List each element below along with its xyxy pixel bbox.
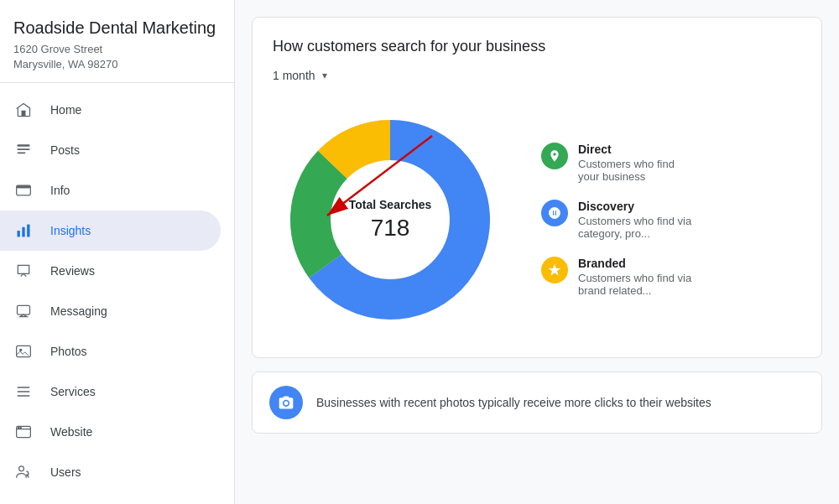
svg-rect-3 <box>18 153 26 154</box>
sidebar-item-reviews-label: Reviews <box>50 264 95 278</box>
users-icon <box>13 462 34 482</box>
direct-icon <box>541 143 568 169</box>
svg-point-18 <box>19 466 24 471</box>
sidebar-item-insights-label: Insights <box>50 224 91 237</box>
chevron-down-icon: ▾ <box>322 70 327 81</box>
sidebar-item-photos-label: Photos <box>50 345 87 358</box>
search-card: How customers search for your business 1… <box>252 17 822 358</box>
svg-point-16 <box>18 428 19 429</box>
legend-item-direct: Direct Customers who findyour business <box>541 143 691 183</box>
legend-item-branded: Branded Customers who find viabrand rela… <box>541 257 691 297</box>
svg-rect-0 <box>22 111 26 117</box>
svg-rect-1 <box>18 145 30 148</box>
sidebar-item-website-label: Website <box>50 425 92 439</box>
camera-icon <box>269 386 303 419</box>
services-icon <box>13 382 34 402</box>
svg-point-11 <box>19 349 22 351</box>
sidebar-item-posts[interactable]: Posts <box>0 130 221 170</box>
svg-rect-8 <box>27 225 29 237</box>
sidebar-item-users[interactable]: Users <box>0 452 221 492</box>
svg-rect-9 <box>18 306 30 315</box>
legend-discovery-text: Discovery Customers who find viacategory… <box>578 200 691 240</box>
donut-center: Total Searches 718 <box>349 198 432 242</box>
chart-container: Total Searches 718 <box>273 102 801 337</box>
donut-total-label: Total Searches <box>349 198 432 211</box>
sidebar-item-messaging-label: Messaging <box>50 304 107 318</box>
legend-item-discovery: Discovery Customers who find viacategory… <box>541 200 691 240</box>
time-filter-label: 1 month <box>273 69 315 82</box>
legend-branded-title: Branded <box>578 257 691 270</box>
branded-icon <box>541 257 568 283</box>
time-filter[interactable]: 1 month ▾ <box>273 69 327 82</box>
sidebar-nav: Home Posts Info <box>0 83 234 499</box>
svg-rect-6 <box>18 231 20 237</box>
website-icon <box>13 422 34 442</box>
reviews-icon <box>13 261 34 281</box>
sidebar-item-home[interactable]: Home <box>0 90 221 130</box>
banner-text: Businesses with recent photos typically … <box>316 396 711 409</box>
sidebar-item-website[interactable]: Website <box>0 412 221 452</box>
banner-card: Businesses with recent photos typically … <box>252 372 822 434</box>
discovery-icon <box>541 200 568 226</box>
legend-discovery-title: Discovery <box>578 200 691 213</box>
sidebar-item-services-label: Services <box>50 385 96 398</box>
legend-branded-desc: Customers who find viabrand related... <box>578 272 691 297</box>
sidebar-item-posts-label: Posts <box>50 143 80 157</box>
legend-direct-desc: Customers who findyour business <box>578 158 675 183</box>
sidebar-item-photos[interactable]: Photos <box>0 331 221 372</box>
svg-rect-13 <box>18 392 30 393</box>
svg-rect-12 <box>18 387 30 389</box>
svg-point-17 <box>20 428 21 429</box>
donut-total-value: 718 <box>349 215 432 242</box>
chart-legend: Direct Customers who findyour business D… <box>541 143 691 297</box>
photos-icon <box>13 341 34 361</box>
legend-direct-text: Direct Customers who findyour business <box>578 143 675 183</box>
business-address: 1620 Grove Street Marysville, WA 98270 <box>13 42 221 72</box>
sidebar-item-info[interactable]: Info <box>0 170 221 210</box>
svg-rect-14 <box>18 396 30 397</box>
legend-branded-text: Branded Customers who find viabrand rela… <box>578 257 691 297</box>
legend-discovery-desc: Customers who find viacategory, pro... <box>578 215 691 240</box>
sidebar-header: Roadside Dental Marketing 1620 Grove Str… <box>0 0 234 83</box>
donut-chart: Total Searches 718 <box>273 102 508 337</box>
posts-icon <box>13 140 34 160</box>
messaging-icon <box>13 301 34 321</box>
svg-rect-2 <box>18 149 30 151</box>
sidebar-item-insights[interactable]: Insights <box>0 210 221 251</box>
sidebar: Roadside Dental Marketing 1620 Grove Str… <box>0 0 235 504</box>
info-icon <box>13 180 34 200</box>
sidebar-item-reviews[interactable]: Reviews <box>0 251 221 291</box>
legend-direct-title: Direct <box>578 143 675 156</box>
sidebar-item-messaging[interactable]: Messaging <box>0 291 221 331</box>
sidebar-item-info-label: Info <box>50 184 70 197</box>
business-name: Roadside Dental Marketing <box>13 17 221 39</box>
insights-icon <box>13 221 34 241</box>
svg-rect-7 <box>22 227 24 237</box>
home-icon <box>13 100 34 120</box>
sidebar-item-users-label: Users <box>50 465 81 479</box>
main-content: How customers search for your business 1… <box>235 0 839 504</box>
card-title: How customers search for your business <box>273 38 801 55</box>
svg-rect-5 <box>17 186 31 189</box>
sidebar-item-services[interactable]: Services <box>0 372 221 412</box>
sidebar-item-home-label: Home <box>50 103 81 117</box>
